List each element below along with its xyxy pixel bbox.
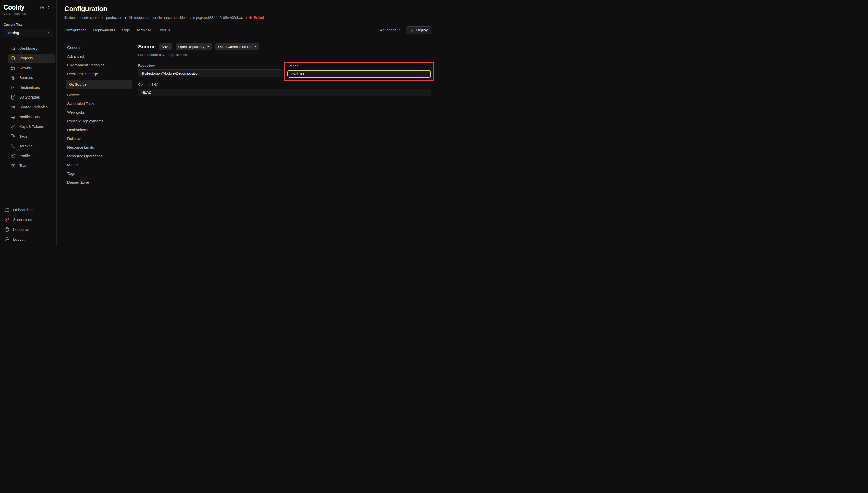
- commit-sha-field: Commit SHA: [138, 83, 431, 96]
- subnav-item-preview-deployments[interactable]: Preview Deployments: [64, 117, 136, 126]
- sidebar-footer-nav: Onboarding Sponsor us Feedback Logout: [0, 205, 56, 244]
- sidebar-item-label: Terminal: [19, 144, 34, 148]
- subnav-item-danger-zone[interactable]: Danger Zone: [64, 178, 136, 187]
- commit-sha-label: Commit SHA: [138, 83, 431, 86]
- git-source-section: Source Save Open Repository Open Commits…: [136, 43, 434, 96]
- sidebar-item-dashboard[interactable]: Dashboard: [8, 44, 55, 53]
- subnav-item-git-source[interactable]: Git Source: [66, 80, 132, 89]
- key-icon: [10, 124, 16, 129]
- tab-row: Configuration Deployments Logs Terminal …: [64, 26, 434, 34]
- tab-terminal[interactable]: Terminal: [136, 28, 151, 32]
- heart-handshake-icon: [4, 217, 9, 222]
- chevron-right-icon: ›: [125, 16, 126, 20]
- team-select[interactable]: Hosting: [4, 29, 53, 37]
- subnav-item-persistent-storage[interactable]: Persistent Storage: [64, 69, 136, 78]
- repository-input[interactable]: [138, 69, 283, 77]
- breadcrumb-application[interactable]: illicitestonion/-module--decomposition:m…: [129, 16, 243, 20]
- tab-links[interactable]: Links: [157, 28, 171, 32]
- subnav-item-servers[interactable]: Servers: [64, 90, 136, 99]
- tab-label: Links: [157, 28, 166, 32]
- home-icon: [10, 46, 16, 51]
- subnav-item-healthcheck[interactable]: Healthcheck: [64, 126, 136, 134]
- open-commits-button[interactable]: Open Commits on Git: [215, 43, 259, 50]
- subnav-item-resource-operations[interactable]: Resource Operations: [64, 152, 136, 160]
- list-checks-icon: [4, 207, 9, 213]
- repository-field: Repository: [138, 64, 283, 78]
- config-subnav: General Advanced Environment Variables P…: [64, 43, 136, 187]
- chevrons-up-down-icon[interactable]: [47, 6, 50, 9]
- breadcrumb-environment[interactable]: production: [106, 16, 122, 20]
- content: General Advanced Environment Variables P…: [64, 43, 434, 187]
- source-heading: Source: [138, 44, 156, 50]
- coolify-app: Coolify v4.0.0-beta.399 Current Team Hos…: [0, 0, 434, 246]
- subnav-item-advanced[interactable]: Advanced: [64, 52, 136, 61]
- sidebar-item-shared-variables[interactable]: Shared Variables: [8, 102, 55, 112]
- logo-icons: [40, 5, 53, 10]
- chevron-down-icon: [46, 31, 50, 35]
- user-circle-icon: [10, 153, 16, 158]
- text-cursor: [305, 72, 306, 76]
- open-commits-label: Open Commits on Git: [218, 45, 252, 49]
- subnav-item-webhooks[interactable]: Webhooks: [64, 108, 136, 117]
- sidebar-spacer: [0, 170, 56, 205]
- tab-configuration[interactable]: Configuration: [64, 28, 86, 32]
- subnav-item-rollback[interactable]: Rollback: [64, 134, 136, 143]
- subnav-item-resource-limits[interactable]: Resource Limits: [64, 143, 136, 152]
- variable-icon: [10, 105, 16, 110]
- sidebar-item-s3-storages[interactable]: S3 Storages: [8, 93, 55, 102]
- subnav-item-general[interactable]: General: [64, 43, 136, 52]
- sidebar-item-label: Onboarding: [13, 208, 33, 212]
- chevrons-up-down-icon: [398, 28, 401, 31]
- sidebar-item-profile[interactable]: Profile: [8, 151, 55, 160]
- subnav-item-environment-variables[interactable]: Environment Variables: [64, 61, 136, 69]
- branch-label: Branch: [287, 64, 431, 68]
- sidebar-item-label: Profile: [19, 154, 30, 158]
- sidebar-nav: Dashboard Projects Servers Sources Desti…: [0, 44, 56, 170]
- breadcrumb-project[interactable]: illicitonion quote server: [64, 16, 100, 20]
- open-repository-button[interactable]: Open Repository: [175, 43, 212, 50]
- tab-label: Deployments: [93, 28, 115, 32]
- sidebar-item-sponsor-us[interactable]: Sponsor us: [2, 215, 55, 224]
- sidebar-item-terminal[interactable]: Terminal: [8, 142, 55, 151]
- theme-toggle-sun-icon[interactable]: [40, 5, 44, 10]
- layers-icon: [10, 56, 16, 61]
- subnav-item-metrics[interactable]: Metrics: [64, 160, 136, 169]
- chevrons-up-down-icon: [168, 28, 171, 31]
- advanced-dropdown[interactable]: Advanced: [380, 28, 401, 32]
- chevron-right-icon: ›: [102, 16, 104, 20]
- tab-actions: Advanced Deploy: [380, 26, 431, 34]
- git-source-icon: [10, 75, 16, 80]
- deploy-label: Deploy: [416, 28, 427, 32]
- sidebar-item-keys-tokens[interactable]: Keys & Tokens: [8, 122, 55, 131]
- tab-label: Configuration: [64, 28, 86, 32]
- sidebar-item-label: Shared Variables: [19, 105, 48, 109]
- branch-input[interactable]: level-100: [287, 70, 431, 78]
- tags-icon: [10, 134, 16, 139]
- team-select-value: Hosting: [7, 31, 19, 35]
- sidebar-item-label: S3 Storages: [19, 95, 40, 99]
- sidebar-item-tags[interactable]: Tags: [8, 132, 55, 141]
- breadcrumb: illicitonion quote server › production ›…: [64, 16, 434, 20]
- tab-deployments[interactable]: Deployments: [93, 28, 115, 32]
- sidebar-item-label: Keys & Tokens: [19, 125, 44, 129]
- sidebar-item-onboarding[interactable]: Onboarding: [2, 205, 55, 215]
- sidebar-item-logout[interactable]: Logout: [2, 235, 55, 244]
- sidebar-item-projects[interactable]: Projects: [8, 53, 55, 63]
- sidebar-item-servers[interactable]: Servers: [8, 63, 55, 72]
- sidebar-item-notifications[interactable]: Notifications: [8, 112, 55, 122]
- help-circle-icon: [4, 227, 9, 232]
- tab-logs[interactable]: Logs: [122, 28, 130, 32]
- deploy-button[interactable]: Deploy: [406, 26, 431, 34]
- status-text: Exited: [254, 16, 264, 20]
- subnav-item-scheduled-tasks[interactable]: Scheduled Tasks: [64, 99, 136, 108]
- main-area: Configuration illicitonion quote server …: [57, 0, 434, 246]
- sidebar-item-destinations[interactable]: Destinations: [8, 83, 55, 92]
- sidebar-item-sources[interactable]: Sources: [8, 73, 55, 82]
- commit-sha-input[interactable]: [138, 88, 431, 96]
- save-button[interactable]: Save: [159, 43, 172, 50]
- app-version: v4.0.0-beta.399: [0, 12, 56, 16]
- sidebar-item-teams[interactable]: Teams: [8, 161, 55, 170]
- subnav-item-tags[interactable]: Tags: [64, 169, 136, 178]
- source-description: Code source of your application.: [138, 53, 431, 57]
- sidebar-item-feedback[interactable]: Feedback: [2, 225, 55, 234]
